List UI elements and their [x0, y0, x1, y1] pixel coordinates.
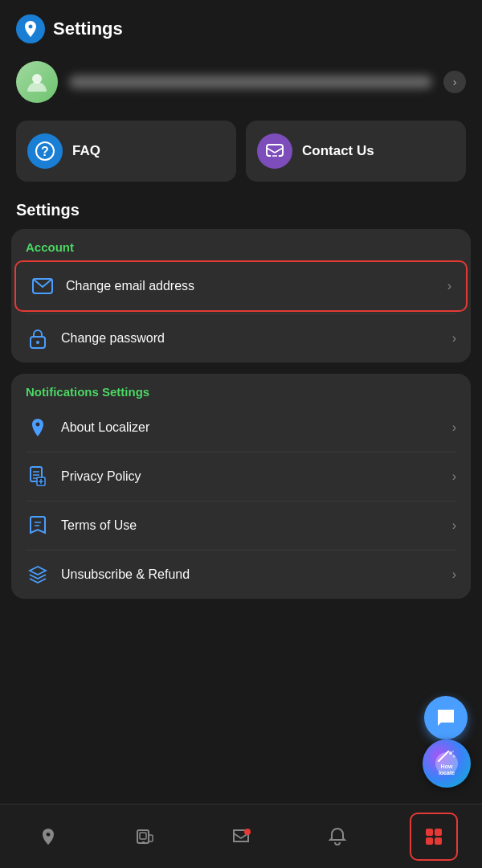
change-password-chevron: ›	[452, 331, 456, 346]
svg-line-5	[267, 148, 275, 153]
location-pin-icon	[16, 14, 45, 43]
privacy-policy-label: Privacy Policy	[61, 469, 441, 484]
faq-label: FAQ	[72, 143, 100, 159]
terms-bookmark-icon	[26, 514, 50, 538]
chat-bubble-icon	[435, 706, 457, 729]
lock-icon	[26, 326, 50, 350]
faq-icon: ?	[27, 133, 63, 169]
nav-messages[interactable]	[217, 813, 265, 861]
contact-us-button[interactable]: Contact Us	[246, 121, 466, 182]
grid-icon	[423, 825, 445, 848]
profile-row[interactable]: ›	[0, 51, 482, 113]
svg-rect-34	[435, 837, 442, 845]
avatar	[16, 61, 58, 103]
map-icon	[37, 825, 59, 848]
faq-button[interactable]: ? FAQ	[16, 121, 236, 182]
terms-of-use-label: Terms of Use	[61, 518, 441, 533]
account-card: Account Change email address › Change pa…	[11, 229, 471, 362]
privacy-policy-item[interactable]: Privacy Policy ›	[11, 452, 471, 501]
unsubscribe-refund-label: Unsubscribe & Refund	[61, 567, 441, 582]
svg-rect-4	[267, 145, 283, 156]
how-locate-badge[interactable]: How locate	[423, 739, 471, 788]
about-chevron: ›	[452, 420, 456, 435]
about-location-icon	[26, 416, 50, 440]
page-title: Settings	[53, 18, 123, 39]
privacy-chevron: ›	[452, 469, 456, 484]
nav-map[interactable]	[24, 813, 72, 861]
contact-icon	[257, 133, 292, 169]
svg-text:?: ?	[41, 145, 49, 158]
svg-point-30	[244, 829, 251, 835]
quick-actions-row: ? FAQ Contact Us	[0, 113, 482, 194]
svg-point-21	[435, 752, 458, 775]
change-email-chevron: ›	[447, 279, 451, 293]
svg-point-11	[36, 341, 39, 344]
devices-icon	[133, 825, 156, 848]
svg-rect-28	[149, 835, 153, 841]
email-icon	[31, 274, 55, 298]
user-avatar-icon	[24, 69, 50, 95]
svg-line-6	[275, 148, 283, 153]
messages-icon	[230, 825, 252, 848]
bottom-navigation	[0, 804, 482, 868]
profile-name	[69, 76, 432, 88]
svg-rect-27	[140, 833, 146, 839]
bell-icon	[326, 825, 349, 848]
about-localizer-item[interactable]: About Localizer ›	[11, 403, 471, 452]
change-email-item[interactable]: Change email address ›	[14, 260, 468, 312]
unsubscribe-refund-item[interactable]: Unsubscribe & Refund ›	[11, 551, 471, 599]
unsubscribe-tag-icon	[26, 563, 50, 587]
profile-chevron[interactable]: ›	[443, 71, 466, 93]
nav-settings[interactable]	[410, 813, 458, 861]
change-email-label: Change email address	[66, 279, 436, 293]
settings-section-title: Settings	[0, 194, 482, 229]
svg-rect-32	[435, 829, 442, 836]
account-section-label: Account	[11, 229, 471, 259]
badge-bg-icon	[435, 751, 459, 776]
notifications-section-label: Notifications Settings	[11, 374, 471, 403]
change-password-item[interactable]: Change password ›	[11, 314, 471, 362]
notifications-card: Notifications Settings About Localizer ›…	[11, 374, 471, 599]
svg-rect-31	[426, 829, 433, 836]
terms-chevron: ›	[452, 518, 456, 533]
unsubscribe-chevron: ›	[452, 567, 456, 582]
terms-of-use-item[interactable]: Terms of Use ›	[11, 502, 471, 550]
about-localizer-label: About Localizer	[61, 420, 441, 435]
privacy-document-icon	[26, 465, 50, 489]
app-header: Settings	[0, 0, 482, 51]
svg-rect-33	[426, 837, 433, 845]
change-password-label: Change password	[61, 331, 441, 346]
float-chat-button[interactable]	[424, 696, 468, 739]
contact-label: Contact Us	[302, 143, 374, 159]
nav-alerts[interactable]	[313, 813, 362, 861]
nav-devices[interactable]	[120, 813, 169, 861]
